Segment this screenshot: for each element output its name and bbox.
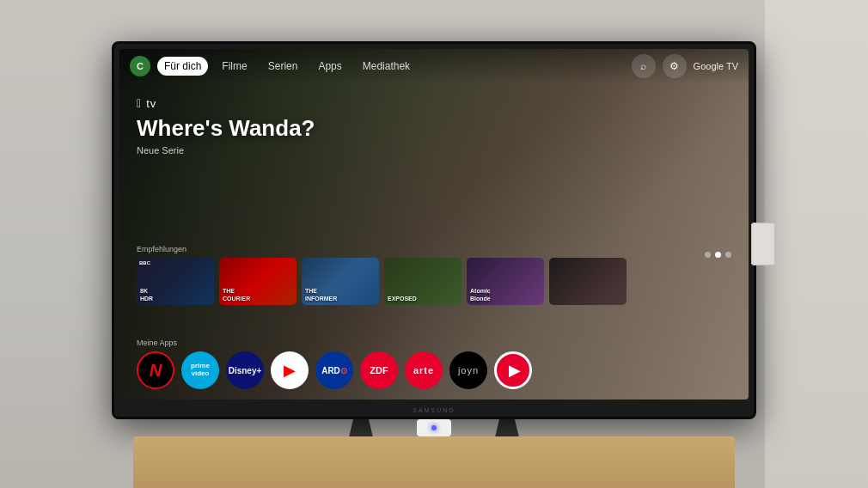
settings-icon[interactable]: ⚙ bbox=[663, 54, 687, 78]
nav-item-mediathek[interactable]: Mediathek bbox=[356, 57, 417, 76]
hero-content:  tv Where's Wanda? Neue Serie bbox=[137, 96, 315, 156]
apple-icon:  bbox=[137, 96, 141, 110]
zdf-label: ZDF bbox=[370, 365, 388, 375]
ard-label: ARD⊙ bbox=[321, 366, 347, 375]
app-netflix[interactable]: N bbox=[137, 351, 174, 389]
card-label-2: THECOURIER bbox=[223, 288, 250, 302]
netflix-logo: N bbox=[150, 361, 162, 381]
apple-tv-text: tv bbox=[146, 97, 156, 110]
wall-right bbox=[765, 0, 868, 488]
movie-cards-row: BBC 8KHDR THECOURIER THEINFORMER EXPOSED… bbox=[119, 258, 749, 305]
movie-card-5[interactable]: AtomicBlonde bbox=[467, 258, 544, 305]
movie-card-4[interactable]: EXPOSED bbox=[384, 258, 462, 305]
app-arte[interactable]: arte bbox=[405, 351, 443, 389]
joyn-label: joyn bbox=[458, 365, 479, 375]
movie-card-1[interactable]: BBC 8KHDR bbox=[137, 258, 214, 305]
apps-label: Meine Apps bbox=[119, 339, 749, 347]
hero-title: Where's Wanda? bbox=[137, 115, 315, 142]
nav-item-serien[interactable]: Serien bbox=[261, 57, 305, 76]
prime-label: primevideo bbox=[191, 363, 210, 378]
disney-label: Disney+ bbox=[229, 366, 262, 375]
recommendations-label: Empfehlungen bbox=[119, 245, 749, 253]
play-icon: ▶ bbox=[509, 361, 521, 380]
wall-outlet-box bbox=[751, 223, 775, 265]
card-label-4: EXPOSED bbox=[388, 296, 417, 302]
app-disney-plus[interactable]: Disney+ bbox=[226, 351, 264, 389]
youtube-icon: ▶ bbox=[284, 361, 296, 380]
apps-row: N primevideo Disney+ ▶ ARD⊙ bbox=[119, 351, 749, 389]
apps-section: Meine Apps N primevideo Disney+ ▶ bbox=[119, 339, 749, 389]
search-icon[interactable]: ⌕ bbox=[632, 54, 656, 78]
card-label-5: AtomicBlonde bbox=[470, 288, 491, 302]
device-indicator-light bbox=[431, 425, 437, 430]
tv-brand-label: SAMSUNG bbox=[413, 407, 455, 413]
user-avatar[interactable]: C bbox=[130, 56, 150, 76]
nav-item-apps[interactable]: Apps bbox=[311, 57, 348, 76]
app-joyn[interactable]: joyn bbox=[449, 351, 487, 389]
movie-card-2[interactable]: THECOURIER bbox=[219, 258, 296, 305]
hero-subtitle: Neue Serie bbox=[137, 145, 315, 156]
app-play[interactable]: ▶ bbox=[494, 351, 532, 389]
movie-card-3[interactable]: THEINFORMER bbox=[302, 258, 379, 305]
card-label-1: 8KHDR bbox=[140, 288, 153, 302]
card-label-3: THEINFORMER bbox=[305, 288, 337, 302]
streaming-device bbox=[417, 419, 451, 436]
app-zdf[interactable]: ZDF bbox=[360, 351, 398, 389]
tv-table bbox=[133, 436, 735, 488]
nav-bar: C Für dich Filme Serien Apps Mediathek bbox=[119, 49, 749, 83]
recommendations-section: Empfehlungen BBC 8KHDR THECOURIER THEINF… bbox=[119, 245, 749, 305]
app-ard[interactable]: ARD⊙ bbox=[315, 351, 353, 389]
tv-stand: C Für dich Filme Serien Apps Mediathek bbox=[112, 41, 756, 441]
tv-screen: C Für dich Filme Serien Apps Mediathek bbox=[119, 49, 749, 400]
nav-icons: ⌕ ⚙ Google TV bbox=[632, 54, 738, 78]
nav-item-fuer-dich[interactable]: Für dich bbox=[157, 57, 208, 76]
card-badge-1: BBC bbox=[139, 260, 150, 266]
app-prime-video[interactable]: primevideo bbox=[181, 351, 219, 389]
tv-body: C Für dich Filme Serien Apps Mediathek bbox=[112, 41, 756, 419]
arte-label: arte bbox=[413, 365, 434, 375]
apple-tv-logo:  tv bbox=[137, 96, 315, 110]
google-tv-label: Google TV bbox=[694, 61, 738, 71]
nav-item-filme[interactable]: Filme bbox=[215, 57, 254, 76]
movie-card-6[interactable] bbox=[549, 258, 627, 305]
app-youtube[interactable]: ▶ bbox=[271, 351, 309, 389]
